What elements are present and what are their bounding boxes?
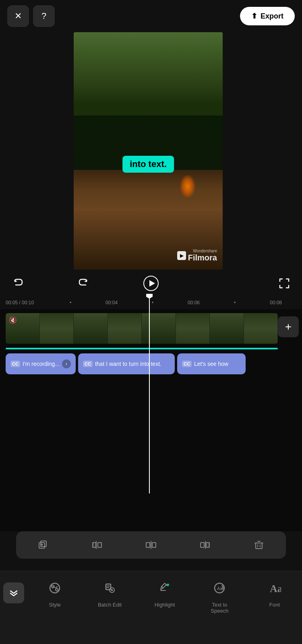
delete-tool-button[interactable]	[248, 535, 269, 555]
watermark-brand: Filmora	[188, 253, 217, 262]
caption-arrow-1: ›	[62, 359, 71, 368]
ruler-mark-1: •	[50, 300, 91, 305]
highlight-label: Highlight	[155, 602, 175, 608]
svg-point-24	[56, 588, 58, 591]
svg-text:Aa: Aa	[270, 583, 281, 594]
subtitle-bubble: into text.	[122, 156, 174, 173]
top-bar: ✕ ? ⬆ Export	[0, 0, 302, 32]
fullscreen-button[interactable]	[275, 275, 293, 292]
top-bar-left: ✕ ?	[7, 5, 55, 27]
trim-start-icon	[91, 539, 103, 551]
nav-item-tts[interactable]: Aa Text toSpeech	[203, 578, 236, 614]
ruler-time-2: 00:06	[173, 300, 214, 305]
close-button[interactable]: ✕	[7, 5, 29, 27]
style-svg	[48, 582, 61, 594]
play-button[interactable]	[141, 273, 161, 294]
trim-start-button[interactable]	[87, 535, 108, 555]
edit-toolbar	[16, 531, 286, 559]
svg-rect-7	[93, 543, 94, 547]
batch-edit-svg	[103, 582, 116, 594]
mute-icon: 🔇	[9, 316, 17, 324]
caption-chip-2[interactable]: CC that I want to turn into text.	[78, 353, 175, 374]
ruler-mark-3: •	[214, 300, 255, 305]
strip-seg-4	[108, 313, 142, 344]
video-strip[interactable]	[6, 313, 278, 344]
svg-rect-15	[208, 543, 209, 547]
delete-icon	[253, 539, 265, 551]
batch-edit-icon	[99, 578, 120, 599]
export-icon: ⬆	[251, 12, 257, 21]
svg-rect-10	[146, 543, 150, 547]
ruler-time-1: 00:04	[91, 300, 132, 305]
trim-end-button[interactable]	[194, 535, 215, 555]
svg-marker-1	[149, 280, 155, 287]
svg-point-32	[167, 584, 169, 586]
nav-collapse	[0, 578, 27, 603]
strip-seg-8	[244, 313, 278, 344]
style-icon	[44, 578, 65, 599]
ruler-mark-2: •	[132, 300, 173, 305]
strip-seg-5	[142, 313, 176, 344]
redo-icon	[78, 277, 90, 289]
batch-edit-label: Batch Edit	[98, 602, 122, 608]
highlight-icon	[154, 578, 175, 599]
svg-rect-11	[152, 543, 156, 547]
ruler-time-3: 00:08	[255, 300, 296, 305]
caption-text-3: Let's see how	[194, 361, 228, 367]
strip-seg-7	[210, 313, 244, 344]
svg-rect-13	[201, 543, 204, 547]
playhead[interactable]	[149, 296, 150, 493]
undo-icon	[12, 277, 24, 289]
video-background: into text. ▶ Wondershare Filmora	[74, 32, 223, 270]
export-button[interactable]: ⬆ Export	[240, 7, 295, 25]
caption-chip-1[interactable]: CC I'm recording... ›	[6, 353, 76, 374]
svg-point-22	[50, 583, 60, 593]
timeline-ruler: 00:05 / 00:10 • 00:04 • 00:06 • 00:08	[0, 296, 302, 309]
current-time: 00:05 / 00:10	[6, 300, 34, 305]
nav-items: Style Batch Edit	[27, 578, 302, 614]
caption-text-1: I'm recording...	[23, 361, 60, 367]
trim-middle-button[interactable]	[141, 535, 161, 555]
video-preview: into text. ▶ Wondershare Filmora	[74, 32, 223, 270]
trim-middle-icon	[145, 539, 157, 551]
empty-timeline-area	[0, 378, 302, 531]
cc-icon-3: CC	[182, 361, 192, 367]
duplicate-icon	[37, 539, 49, 551]
watermark-company: Wondershare	[188, 249, 217, 253]
collapse-button[interactable]	[3, 582, 24, 603]
video-strip-area: 🔇 +	[0, 309, 302, 349]
style-label: Style	[49, 602, 61, 608]
tts-icon: Aa	[209, 578, 230, 599]
caption-strip-area: CC I'm recording... › CC that I want to …	[0, 349, 302, 378]
duplicate-tool-button[interactable]	[33, 535, 54, 555]
undo-button[interactable]	[9, 275, 27, 292]
export-label: Export	[261, 12, 283, 21]
lantern-glow	[180, 174, 196, 198]
nav-item-style[interactable]: Style	[39, 578, 71, 608]
svg-text:Aa: Aa	[217, 586, 222, 591]
collapse-icon	[9, 588, 19, 598]
svg-rect-8	[98, 543, 101, 547]
svg-point-23	[52, 585, 54, 588]
nav-item-highlight[interactable]: Highlight	[149, 578, 181, 608]
cc-icon-2: CC	[83, 361, 93, 367]
font-label: Font	[269, 602, 280, 608]
cc-icon-1: CC	[10, 361, 20, 367]
nav-item-font[interactable]: Aa Font	[259, 578, 291, 608]
caption-text-2: that I want to turn into text.	[95, 361, 161, 367]
tts-svg: Aa	[213, 582, 226, 594]
highlight-svg	[158, 582, 171, 594]
nav-item-batch-edit[interactable]: Batch Edit	[94, 578, 126, 608]
add-media-button[interactable]: +	[278, 316, 299, 337]
font-icon: Aa	[264, 578, 285, 599]
redo-button[interactable]	[75, 275, 93, 292]
caption-chip-3[interactable]: CC Let's see how	[177, 353, 246, 374]
svg-rect-17	[256, 543, 262, 549]
strip-seg-2	[40, 313, 74, 344]
font-svg: Aa	[268, 582, 281, 594]
fullscreen-icon	[278, 277, 290, 289]
bottom-nav: Style Batch Edit	[0, 571, 302, 644]
filmora-logo-icon: ▶	[177, 251, 186, 260]
strip-seg-6	[176, 313, 210, 344]
help-button[interactable]: ?	[33, 5, 55, 27]
